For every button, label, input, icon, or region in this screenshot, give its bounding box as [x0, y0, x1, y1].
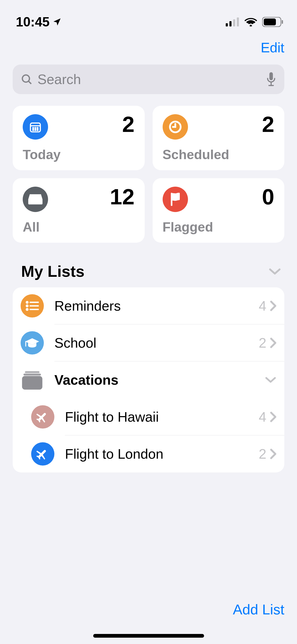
list-count: 4	[259, 298, 266, 314]
card-flagged-label: Flagged	[163, 219, 275, 235]
svg-point-21	[26, 302, 28, 303]
wifi-icon	[244, 17, 257, 27]
svg-point-15	[35, 128, 36, 128]
list-count: 2	[259, 335, 266, 351]
search-placeholder: Search	[37, 71, 261, 87]
chevron-right-icon	[270, 301, 276, 311]
status-indicators	[226, 17, 283, 27]
svg-point-18	[35, 130, 36, 130]
svg-point-19	[37, 130, 38, 130]
svg-point-16	[37, 128, 38, 128]
svg-rect-29	[23, 374, 41, 375]
card-all-label: All	[23, 219, 135, 235]
add-list-button[interactable]: Add List	[233, 601, 284, 618]
cellular-icon	[226, 17, 239, 26]
svg-rect-3	[237, 17, 239, 26]
list-label: Flight to Hawaii	[65, 409, 259, 425]
status-time: 10:45	[16, 14, 50, 30]
card-flagged[interactable]: 0 Flagged	[153, 178, 285, 243]
chevron-down-icon	[265, 376, 276, 384]
svg-line-8	[29, 81, 31, 84]
home-indicator[interactable]	[93, 634, 204, 638]
list-label: School	[54, 335, 259, 351]
edit-button[interactable]: Edit	[261, 40, 284, 56]
mic-icon[interactable]	[266, 72, 276, 86]
svg-rect-5	[264, 19, 276, 25]
list-icon	[21, 294, 44, 318]
my-lists-header[interactable]: My Lists	[0, 243, 297, 287]
smart-lists-grid: 2 Today 2 Scheduled 12 All 0 Flagged	[0, 94, 297, 243]
svg-rect-0	[226, 23, 228, 26]
graduation-cap-icon	[21, 331, 44, 355]
header: Edit	[0, 32, 297, 60]
card-all-count: 12	[110, 186, 134, 208]
svg-rect-9	[269, 72, 273, 80]
calendar-icon	[23, 114, 48, 140]
chevron-right-icon	[270, 338, 276, 348]
airplane-icon	[31, 442, 54, 466]
my-lists: Reminders 4 School 2 Vacations Flight to…	[13, 287, 284, 472]
bottom-toolbar: Add List	[0, 601, 297, 628]
list-row-flight-hawaii[interactable]: Flight to Hawaii 4	[13, 398, 284, 435]
svg-point-14	[33, 128, 34, 128]
chevron-right-icon	[270, 412, 276, 422]
airplane-icon	[31, 405, 54, 429]
svg-rect-2	[233, 19, 235, 26]
list-label: Vacations	[54, 372, 265, 388]
svg-rect-30	[22, 376, 43, 389]
list-row-vacations-folder[interactable]: Vacations	[13, 361, 284, 398]
svg-rect-6	[282, 20, 283, 24]
card-flagged-count: 0	[262, 186, 274, 208]
chevron-down-icon	[268, 268, 281, 275]
svg-rect-1	[229, 21, 232, 26]
chevron-right-icon	[270, 449, 276, 459]
svg-rect-28	[25, 371, 40, 373]
card-all[interactable]: 12 All	[13, 178, 145, 243]
card-scheduled[interactable]: 2 Scheduled	[153, 106, 285, 170]
svg-point-25	[26, 309, 28, 310]
list-label: Reminders	[54, 298, 259, 314]
folder-icon	[21, 368, 44, 392]
card-scheduled-label: Scheduled	[163, 147, 275, 162]
search-icon	[21, 73, 33, 85]
status-time-area: 10:45	[16, 14, 62, 30]
tray-icon	[23, 187, 48, 212]
location-icon	[52, 17, 62, 27]
list-count: 4	[259, 409, 266, 425]
card-scheduled-count: 2	[262, 113, 274, 135]
battery-icon	[262, 17, 283, 27]
list-count: 2	[259, 446, 266, 462]
card-today[interactable]: 2 Today	[13, 106, 145, 170]
my-lists-title: My Lists	[21, 262, 84, 280]
search-input[interactable]: Search	[13, 65, 284, 94]
flag-icon	[163, 187, 188, 212]
list-label: Flight to London	[65, 446, 259, 462]
list-row-flight-london[interactable]: Flight to London 2	[13, 435, 284, 472]
card-today-label: Today	[23, 147, 135, 162]
svg-point-17	[33, 130, 34, 130]
svg-point-23	[26, 305, 28, 307]
clock-icon	[163, 114, 188, 140]
list-row-reminders[interactable]: Reminders 4	[13, 287, 284, 324]
status-bar: 10:45	[0, 0, 297, 32]
card-today-count: 2	[122, 113, 135, 135]
list-row-school[interactable]: School 2	[13, 324, 284, 361]
svg-point-7	[22, 75, 30, 82]
